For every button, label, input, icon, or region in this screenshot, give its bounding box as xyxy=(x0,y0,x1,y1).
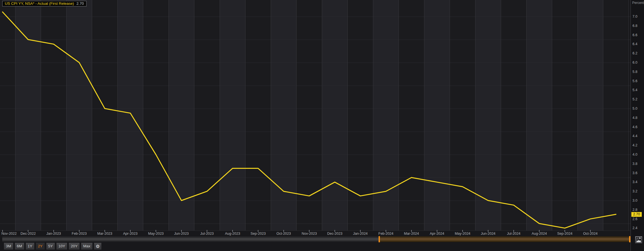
y-axis-label: 4.8 xyxy=(632,116,637,120)
range-button-1y[interactable]: 1Y xyxy=(26,243,35,250)
y-axis-label: 2.4 xyxy=(632,226,637,230)
y-axis-label: 2.8 xyxy=(632,208,637,212)
scrollbar-track[interactable] xyxy=(2,236,379,242)
restore-chart-button[interactable] xyxy=(635,236,642,243)
y-axis-label: 3.8 xyxy=(632,162,637,166)
x-axis-label: Sep-2023 xyxy=(251,232,266,236)
y-axis-label: 6.4 xyxy=(632,42,637,46)
x-axis: Nov-2022Dec-2022Jan-2023Feb-2023Mar-2023… xyxy=(0,231,631,236)
x-axis-label: May-2023 xyxy=(148,232,164,236)
x-axis-label: Mar-2023 xyxy=(97,232,112,236)
x-axis-label: May-2024 xyxy=(455,232,470,236)
legend: US CPI YY, NSA* - Actual (First Release)… xyxy=(2,1,87,6)
range-button-3m[interactable]: 3M xyxy=(4,243,13,250)
x-axis-label: Oct-2023 xyxy=(276,232,291,236)
scrollbar-right-handle[interactable] xyxy=(629,236,631,242)
x-axis-label: Dec-2022 xyxy=(21,232,36,236)
x-axis-label: Nov-2022 xyxy=(1,232,17,236)
y-axis-label: 5.4 xyxy=(632,88,637,92)
cpi-line-chart[interactable] xyxy=(0,0,631,231)
y-axis-label: 5.0 xyxy=(632,106,637,111)
y-axis-label: 3.4 xyxy=(632,180,637,184)
x-axis-label: Aug-2024 xyxy=(532,232,547,236)
y-axis-label: 4.0 xyxy=(632,152,637,157)
x-axis-label: Nov-2023 xyxy=(302,232,317,236)
timeline-scrollbar[interactable] xyxy=(0,236,644,242)
x-axis-label: Jun-2024 xyxy=(481,232,495,236)
x-axis-label: Sep-2024 xyxy=(557,232,572,236)
y-axis-label: 3.0 xyxy=(632,198,637,203)
x-axis-label: Apr-2024 xyxy=(430,232,444,236)
y-axis-unit-label: Percent xyxy=(632,1,644,5)
y-axis-label: 3.2 xyxy=(632,189,637,194)
range-button-10y[interactable]: 10Y xyxy=(56,243,67,250)
y-axis-label: 3.6 xyxy=(632,171,637,175)
y-axis-label: 6.2 xyxy=(632,51,637,56)
x-axis-label: Aug-2023 xyxy=(225,232,240,236)
y-axis: Percent 7.06.86.66.46.26.05.85.65.45.25.… xyxy=(631,0,644,251)
x-axis-label: Jul-2023 xyxy=(200,232,214,236)
y-axis-label: 7.0 xyxy=(632,14,637,19)
x-axis-label: Feb-2023 xyxy=(72,232,87,236)
x-axis-label: Oct-2024 xyxy=(583,232,597,236)
y-axis-label: 4.2 xyxy=(632,143,637,148)
gear-icon[interactable]: ⚙ xyxy=(94,243,102,250)
range-button-2y[interactable]: 2Y xyxy=(36,243,45,250)
y-axis-label: 2.6 xyxy=(632,217,637,221)
range-button-5y[interactable]: 5Y xyxy=(46,243,55,250)
x-axis-label: Apr-2023 xyxy=(123,232,137,236)
plot-area[interactable]: US CPI YY, NSA* - Actual (First Release)… xyxy=(0,0,631,231)
x-axis-label: Jan-2024 xyxy=(353,232,368,236)
scrollbar-left-handle[interactable] xyxy=(379,236,380,242)
y-axis-label: 4.4 xyxy=(632,134,637,138)
y-axis-label: 4.6 xyxy=(632,125,637,129)
range-toolbar: 3M6M1Y2Y5Y10Y20YMax⚙ xyxy=(4,242,102,250)
x-axis-label: Feb-2024 xyxy=(378,232,393,236)
chart-restore-icon xyxy=(636,237,641,243)
x-axis-label: Jan-2023 xyxy=(46,232,61,236)
current-value-tag: 2.70 xyxy=(631,212,642,217)
scrollbar-selected-range[interactable] xyxy=(379,236,630,242)
series-latest-value: 2.70 xyxy=(76,1,84,6)
x-axis-label: Mar-2024 xyxy=(404,232,419,236)
y-axis-label: 5.8 xyxy=(632,70,637,74)
range-button-max[interactable]: Max xyxy=(81,243,93,250)
range-button-6m[interactable]: 6M xyxy=(15,243,24,250)
y-axis-label: 5.6 xyxy=(632,79,637,83)
y-axis-label: 6.8 xyxy=(632,24,637,28)
y-axis-label: 5.2 xyxy=(632,97,637,102)
y-axis-label: 6.6 xyxy=(632,33,637,37)
x-axis-label: Jul-2024 xyxy=(507,232,520,236)
y-axis-label: 6.0 xyxy=(632,60,637,65)
x-axis-label: Jun-2023 xyxy=(174,232,189,236)
series-title: US CPI YY, NSA* - Actual (First Release) xyxy=(5,1,74,6)
x-axis-label: Dec-2023 xyxy=(327,232,342,236)
cpi-chart-window: US CPI YY, NSA* - Actual (First Release)… xyxy=(0,0,644,251)
range-button-20y[interactable]: 20Y xyxy=(69,243,80,250)
